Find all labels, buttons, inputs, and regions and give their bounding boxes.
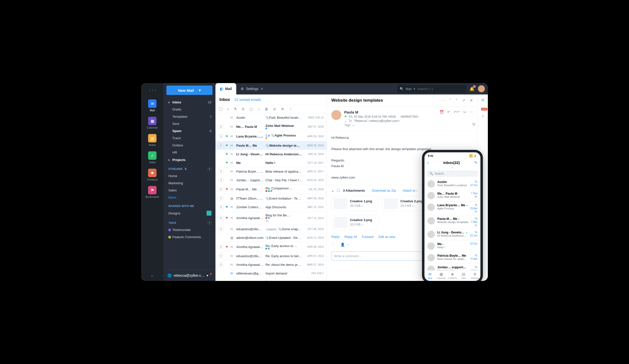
forward-link[interactable]: Forward bbox=[362, 235, 374, 239]
message-row[interactable]: 5⚑✉Amritha Agrawal…Re: Early access to …… bbox=[215, 242, 327, 252]
close-tab-icon[interactable]: ✕ bbox=[261, 87, 264, 91]
share-icon[interactable]: ⇲ bbox=[472, 122, 475, 126]
phone-tab-calendar[interactable]: ▦Calendar bbox=[436, 271, 447, 281]
compose-icon[interactable]: ✎ bbox=[474, 160, 477, 165]
flag-icon[interactable]: ⚑ bbox=[225, 187, 228, 191]
gear-icon[interactable]: ⚙ bbox=[481, 98, 484, 102]
profile-avatar[interactable] bbox=[478, 85, 485, 92]
message-row[interactable]: 5✉Me… Paula MZoho Mail Webinar SEP 07, 2… bbox=[215, 122, 327, 132]
next-icon[interactable]: ˅ bbox=[456, 98, 458, 103]
stream-item[interactable]: Sales bbox=[163, 187, 215, 194]
account-switcher[interactable]: 🌐 rebecca@zylker.c… ▾ bbox=[163, 270, 215, 281]
tag-icon[interactable]: ⌂ bbox=[258, 107, 260, 111]
expand-icon[interactable]: ⌄ bbox=[331, 189, 334, 192]
rail-notes[interactable]: ▤Notes bbox=[141, 132, 163, 149]
rail-contacts[interactable]: ☻Contacts bbox=[141, 166, 163, 183]
search-scope[interactable]: Mail bbox=[406, 87, 412, 91]
message-row[interactable]: 2▦ITTeam Zillum… Me📎Event Invitation - T… bbox=[215, 194, 327, 203]
message-row[interactable]: ▦admin@zillum.com📎Event Updated - De… AU… bbox=[215, 233, 327, 242]
phone-tab-contacts[interactable]: ☻Contacts bbox=[447, 271, 458, 281]
folder-templates[interactable]: Templates3 bbox=[163, 113, 215, 120]
reply-link[interactable]: Reply bbox=[331, 235, 339, 239]
prev-icon[interactable]: ˄ bbox=[449, 98, 451, 103]
attach-to-link[interactable]: Attach to › bbox=[403, 189, 417, 192]
attachment-card[interactable]: Creative 1.png20.3 KB ⌂ bbox=[331, 196, 378, 211]
stream-item[interactable]: Home bbox=[163, 172, 215, 180]
select-all-attachments[interactable] bbox=[337, 189, 340, 192]
flag-icon[interactable]: ⚑ bbox=[225, 152, 228, 156]
delete-icon[interactable]: 🗑 bbox=[265, 107, 268, 111]
folder-spam[interactable]: Spam6 bbox=[163, 127, 215, 135]
folder-trash[interactable]: Trash bbox=[163, 135, 215, 142]
message-row[interactable]: 1⚑✉Paula M… Me📎Website design temp… MAR … bbox=[215, 141, 327, 150]
flag-icon[interactable]: ⚑ bbox=[225, 216, 228, 220]
readstatus-icon[interactable]: ✉ bbox=[281, 107, 284, 111]
editnew-link[interactable]: Edit as new bbox=[378, 235, 395, 239]
unread-count[interactable]: 22 unread emails bbox=[235, 98, 261, 102]
notifications-icon[interactable]: 🔔2 bbox=[470, 87, 474, 91]
close-icon[interactable]: ✕ bbox=[470, 98, 473, 103]
stream-item[interactable]: More .. bbox=[163, 194, 215, 201]
message-row[interactable]: 6⚑✉Amritha Agrawal…Blog for the Be… +1OC… bbox=[215, 211, 327, 225]
message-row[interactable]: 3✉Patricia Boyle… MeBeta release of appl… bbox=[215, 167, 327, 176]
sort-icon[interactable]: ⇅ bbox=[242, 107, 245, 111]
stream-item[interactable]: Marketing bbox=[163, 180, 215, 187]
flag-icon[interactable]: ⚑ bbox=[225, 245, 228, 249]
message-row[interactable]: 2⚑✉Paula M… MeRe. Comparison … JUL 29, 2… bbox=[215, 184, 327, 194]
add-stream-icon[interactable]: + bbox=[207, 167, 211, 171]
rail-tasks[interactable]: ✓Tasks bbox=[141, 149, 163, 166]
attachment-card[interactable]: Creative 3.png20.3 KB ⌂ bbox=[331, 215, 378, 230]
expand-icon[interactable]: ⌄ bbox=[344, 119, 347, 123]
folder-icon[interactable]: ▢ bbox=[250, 107, 253, 111]
flag-icon[interactable]: ⚑ bbox=[225, 161, 228, 165]
new-mail-button[interactable]: New Mail▾ bbox=[166, 86, 212, 95]
shared-item[interactable]: Designs bbox=[163, 209, 215, 217]
folder-inbox[interactable]: ▸Inbox22 bbox=[163, 98, 215, 106]
more-icon[interactable]: ⋮ bbox=[289, 107, 293, 111]
add-tag-icon[interactable]: + bbox=[207, 221, 211, 225]
tag-icon[interactable]: ⌂ bbox=[352, 123, 354, 127]
phone-tab-settings[interactable]: ⚙Settings bbox=[469, 271, 480, 281]
chevron-down-icon[interactable]: ▾ bbox=[227, 108, 229, 110]
reminder-icon[interactable]: ⏰ bbox=[440, 110, 444, 114]
phone-message-row[interactable]: AustinFwd: Beautiful Locations📎 12 Jun bbox=[425, 178, 480, 190]
reply-icon[interactable]: ↶ bbox=[447, 110, 450, 114]
phone-search[interactable]: 🔍Search bbox=[427, 170, 478, 177]
folder-hr[interactable]: HR bbox=[163, 149, 215, 156]
flag-icon[interactable]: ⚑ bbox=[225, 144, 228, 147]
folder-projects[interactable]: ▸Projects bbox=[163, 156, 215, 164]
phone-message-row[interactable]: Lana Bryante… Me▸Agile Process📎 26 Apr3 bbox=[425, 201, 480, 215]
tag-item[interactable]: Feature Comments bbox=[163, 233, 215, 241]
phone-message-row[interactable]: Me… Paula MZoho Mail Webinar7 Sep5 bbox=[425, 190, 480, 201]
message-row[interactable]: 2✉eduardov@zillum.c…Re: Early access to … bbox=[215, 252, 327, 260]
replyall-link[interactable]: Reply All bbox=[344, 235, 357, 239]
message-row[interactable]: ✉Austin📎Fwd: Beautiful locati… WED JUN 1… bbox=[215, 113, 327, 122]
forward-icon[interactable]: ↪ bbox=[463, 110, 466, 114]
apps-grid-icon[interactable]: ⋮⋮⋮ bbox=[148, 86, 157, 95]
sort-icon[interactable]: ⇅ bbox=[184, 167, 187, 171]
message-row[interactable]: 3✉eduardov@zillum.c…1 DRAFT📎Some snaps f… bbox=[215, 225, 327, 233]
conversation-icon[interactable]: ⋯ bbox=[441, 98, 445, 103]
popout-icon[interactable]: ↗ bbox=[462, 98, 465, 103]
rail-mail[interactable]: ✉Mail bbox=[141, 97, 163, 114]
flag-icon[interactable]: ⚑ bbox=[225, 205, 228, 209]
tag-item[interactable]: Testimonials bbox=[163, 226, 215, 233]
invite-icon[interactable]: 👤 bbox=[340, 243, 345, 247]
search-input[interactable] bbox=[417, 87, 464, 91]
tab-settings[interactable]: ⚙Settings✕ bbox=[236, 83, 268, 94]
filter-icon[interactable]: ⚗ bbox=[234, 107, 237, 111]
add-icon[interactable]: + bbox=[347, 243, 349, 247]
message-row[interactable]: 3✉Amritha Agrawal…Re: About the demo pr…… bbox=[215, 260, 327, 269]
phone-tab-mail[interactable]: ✉Mail bbox=[425, 271, 436, 281]
tab-mail[interactable]: ◧Mail bbox=[215, 83, 236, 94]
message-row[interactable]: ✉olilienwuaru@gmai…Import demand FRI JUN… bbox=[215, 269, 327, 278]
spam-icon[interactable]: ⊘ bbox=[273, 107, 276, 111]
help-icon[interactable]: ? bbox=[482, 114, 484, 119]
like-icon[interactable]: ♡ bbox=[331, 243, 334, 247]
folder-outbox[interactable]: Outbox bbox=[163, 142, 215, 149]
phone-message-row[interactable]: Me▸Hello !10 Oct bbox=[425, 240, 480, 252]
flag-icon[interactable]: ⚑ bbox=[344, 115, 347, 118]
back-icon[interactable]: ‹ bbox=[427, 160, 429, 165]
folder-sent[interactable]: Sent bbox=[163, 120, 215, 127]
select-all-checkbox[interactable] bbox=[219, 107, 222, 110]
